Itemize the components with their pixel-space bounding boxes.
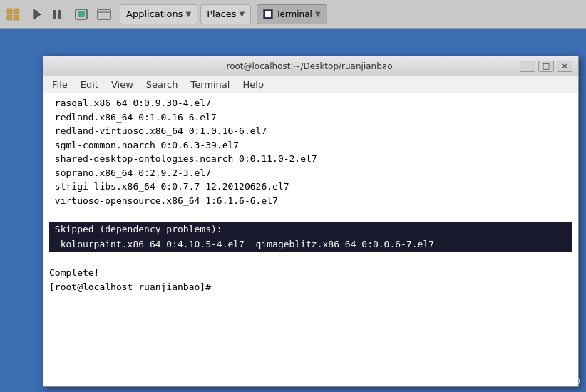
taskbar: Applications ▼ Places ▼ Terminal ▼	[0, 0, 586, 29]
places-menu-button[interactable]: Places ▼	[200, 4, 251, 24]
complete-line: Complete!	[49, 266, 572, 280]
svg-marker-4	[34, 9, 41, 19]
term-line-sgml: sgml-common.noarch 0:0.6.3-39.el7	[49, 138, 572, 153]
terminal-arrow-icon: ▼	[315, 10, 321, 18]
svg-rect-8	[78, 11, 85, 17]
terminal-taskbar-label: Terminal	[276, 9, 312, 19]
skipped-item-0: kolourpaint.x86_64 0:4.10.5-4.el7 qimage…	[49, 237, 572, 252]
term-line-blank1	[49, 207, 572, 222]
term-line-redland-virtuoso: redland-virtuoso.x86_64 0:1.0.16-6.el7	[49, 124, 572, 138]
taskbar-icon-5[interactable]	[94, 4, 114, 24]
taskbar-icon-4[interactable]	[71, 4, 91, 24]
terminal-titlebar: root@localhost:~/Desktop/ruanjianbao − □…	[43, 56, 578, 76]
terminal-window: root@localhost:~/Desktop/ruanjianbao − □…	[43, 56, 579, 387]
svg-rect-3	[14, 15, 19, 20]
taskbar-icon-1[interactable]	[3, 4, 23, 24]
applications-menu-button[interactable]: Applications ▼	[120, 4, 197, 24]
terminal-menubar: File Edit View Search Terminal Help	[43, 76, 578, 93]
svg-rect-1	[14, 9, 19, 14]
places-label: Places	[207, 9, 236, 19]
taskbar-system-icons	[3, 4, 114, 24]
svg-rect-0	[7, 9, 12, 14]
applications-arrow-icon: ▼	[185, 10, 191, 18]
term-line-redland: redland.x86_64 0:1.0.16-6.el7	[49, 110, 572, 125]
taskbar-terminal-button[interactable]: Terminal ▼	[257, 4, 327, 24]
menu-edit[interactable]: Edit	[75, 78, 104, 91]
terminal-indicator-inner	[265, 11, 271, 17]
titlebar-controls: − □ ×	[520, 61, 572, 72]
svg-rect-12	[103, 11, 105, 11]
terminal-taskbar-icon	[263, 9, 273, 19]
terminal-title: root@localhost:~/Desktop/ruanjianbao	[99, 61, 520, 71]
svg-rect-11	[100, 11, 102, 11]
prompt-line: [root@localhost ruanjianbao]# █	[49, 280, 572, 294]
taskbar-icon-3[interactable]	[48, 4, 68, 24]
close-button[interactable]: ×	[557, 61, 572, 72]
term-line-soprano: soprano.x86_64 0:2.9.2-3.el7	[49, 166, 572, 180]
places-arrow-icon: ▼	[239, 10, 245, 18]
cursor-blink: █	[217, 282, 222, 292]
menu-terminal[interactable]: Terminal	[185, 78, 235, 91]
term-line-strigi: strigi-libs.x86_64 0:0.7.7-12.20120626.e…	[49, 180, 572, 194]
maximize-button[interactable]: □	[538, 61, 554, 72]
svg-rect-5	[53, 10, 56, 19]
term-line-rasqal: rasqal.x86_64 0:0.9.30-4.el7	[49, 96, 572, 110]
term-line-blank2	[49, 252, 572, 267]
minimize-button[interactable]: −	[520, 61, 535, 72]
term-line-virtuoso: virtuoso-opensource.x86_64 1:6.1.6-6.el7	[49, 194, 572, 208]
skipped-header-line: Skipped (dependency problems):	[49, 222, 572, 237]
taskbar-icon-2[interactable]	[26, 4, 46, 24]
menu-search[interactable]: Search	[140, 78, 184, 91]
term-line-shared-desktop: shared-desktop-ontologies.noarch 0:0.11.…	[49, 152, 572, 166]
terminal-body: rasqal.x86_64 0:0.9.30-4.el7 redland.x86…	[43, 93, 578, 386]
skipped-section: Skipped (dependency problems): kolourpai…	[49, 222, 572, 252]
applications-label: Applications	[126, 9, 183, 19]
menu-view[interactable]: View	[106, 78, 139, 91]
watermark: https://blog.csdn.net/weixin_44818720	[427, 377, 580, 386]
menu-file[interactable]: File	[46, 78, 73, 91]
svg-rect-2	[7, 15, 12, 20]
terminal-output[interactable]: rasqal.x86_64 0:0.9.30-4.el7 redland.x86…	[43, 93, 578, 386]
menu-help[interactable]: Help	[237, 78, 269, 91]
svg-rect-6	[58, 10, 61, 19]
